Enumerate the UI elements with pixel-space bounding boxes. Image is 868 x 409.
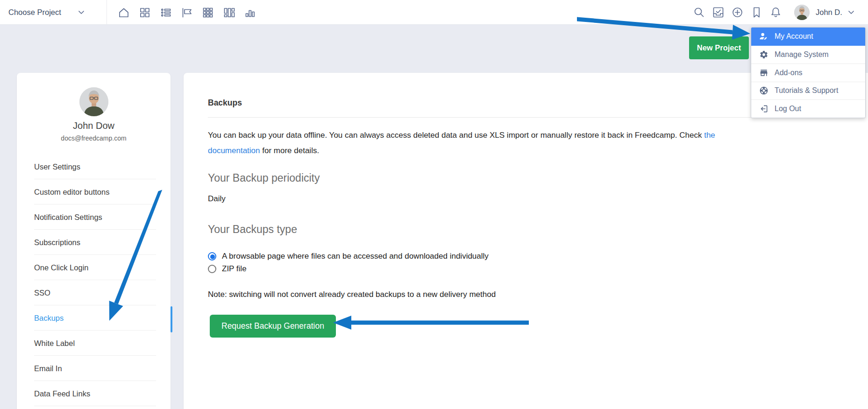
- menu-item-label: Tutorials & Support: [775, 86, 838, 95]
- menu-item-tutorials-support[interactable]: Tutorials & Support: [751, 82, 865, 100]
- menu-item-label: Manage System: [775, 50, 829, 59]
- menu-item-label: Log Out: [775, 105, 801, 113]
- person-edit-icon: [759, 32, 768, 41]
- periodicity-value: Daily: [208, 194, 846, 204]
- settings-sidebar: John Dow docs@freedcamp.com User Setting…: [17, 73, 171, 409]
- periodicity-heading: Your Backup periodicity: [208, 172, 846, 184]
- title-divider: [208, 117, 846, 118]
- home-icon[interactable]: [118, 7, 130, 19]
- sidebar-item-user-settings[interactable]: User Settings: [17, 154, 171, 179]
- menu-item-log-out[interactable]: Log Out: [751, 99, 865, 118]
- notifications-bell-icon[interactable]: [769, 6, 782, 19]
- dashboard-grid-icon[interactable]: [139, 7, 151, 19]
- add-circle-icon[interactable]: [731, 6, 744, 19]
- avatar: [794, 5, 810, 20]
- reports-chart-icon[interactable]: [244, 7, 256, 19]
- logout-icon: [759, 104, 768, 113]
- sidebar-item-white-label[interactable]: White Label: [17, 331, 171, 356]
- sidebar-item-subscriptions[interactable]: Subscriptions: [17, 230, 171, 255]
- request-backup-generation-button[interactable]: Request Backup Generation: [210, 315, 336, 338]
- topbar-divider: [107, 0, 107, 25]
- search-icon[interactable]: [693, 6, 705, 19]
- sidebar-item-sso[interactable]: SSO: [17, 280, 171, 305]
- tasks-list-icon[interactable]: [160, 7, 172, 19]
- backups-type-options: A browsable page where files can be acce…: [208, 250, 846, 275]
- project-selector-label: Choose Project: [8, 8, 61, 17]
- menu-item-manage-system[interactable]: Manage System: [751, 46, 865, 64]
- sidebar-user-name: John Dow: [17, 120, 171, 131]
- menu-item-add-ons[interactable]: Add-ons: [751, 63, 865, 82]
- backups-type-heading: Your Backups type: [208, 223, 846, 236]
- sidebar-item-email-in[interactable]: Email In: [17, 356, 171, 381]
- chevron-down-icon: [78, 11, 84, 14]
- store-icon: [759, 68, 768, 78]
- page-title: Backups: [208, 98, 846, 108]
- apps-grid-icon[interactable]: [202, 7, 214, 19]
- new-project-button[interactable]: New Project: [689, 36, 749, 59]
- radio-selected-icon[interactable]: [208, 252, 216, 261]
- support-icon: [759, 86, 768, 95]
- avatar: [79, 87, 108, 116]
- user-menu-trigger[interactable]: John D.: [794, 0, 854, 25]
- menu-item-label: Add-ons: [775, 69, 803, 77]
- sidebar-item-data-feed-links[interactable]: Data Feed Links: [17, 381, 171, 406]
- user-dropdown-menu: My Account Manage System Add-ons Tutoria…: [751, 27, 866, 118]
- menu-item-my-account[interactable]: My Account: [751, 28, 865, 46]
- sidebar-item-notification-settings[interactable]: Notification Settings: [17, 204, 171, 230]
- main-nav-icons: [118, 0, 256, 25]
- todo-tray-icon[interactable]: [712, 6, 725, 19]
- intro-text: You can back up your data offline. You c…: [208, 127, 768, 158]
- option-browsable-page[interactable]: A browsable page where files can be acce…: [208, 250, 846, 262]
- topbar-action-icons: [693, 0, 782, 25]
- menu-item-label: My Account: [775, 32, 813, 41]
- gear-icon: [759, 50, 768, 59]
- kanban-board-icon[interactable]: [223, 7, 235, 19]
- settings-nav: User Settings Custom editor buttons Noti…: [17, 154, 171, 406]
- top-bar: Choose Project John D.: [0, 0, 868, 25]
- sidebar-item-one-click-login[interactable]: One Click Login: [17, 255, 171, 280]
- user-name: John D.: [816, 8, 842, 17]
- project-selector[interactable]: Choose Project: [8, 0, 84, 25]
- sidebar-item-backups[interactable]: Backups: [17, 305, 171, 331]
- sidebar-item-custom-editor-buttons[interactable]: Custom editor buttons: [17, 179, 171, 204]
- sidebar-user-email: docs@freedcamp.com: [17, 134, 171, 142]
- option-zip-file[interactable]: ZIP file: [208, 262, 846, 275]
- milestones-flag-icon[interactable]: [181, 7, 193, 19]
- switch-note: Note: switching will not convert already…: [208, 290, 846, 299]
- radio-unselected-icon[interactable]: [208, 265, 216, 273]
- backups-panel: Backups You can back up your data offlin…: [184, 73, 868, 409]
- sidebar-scrollbar[interactable]: [171, 306, 172, 332]
- bookmark-icon[interactable]: [750, 6, 763, 19]
- chevron-down-icon: [848, 11, 854, 14]
